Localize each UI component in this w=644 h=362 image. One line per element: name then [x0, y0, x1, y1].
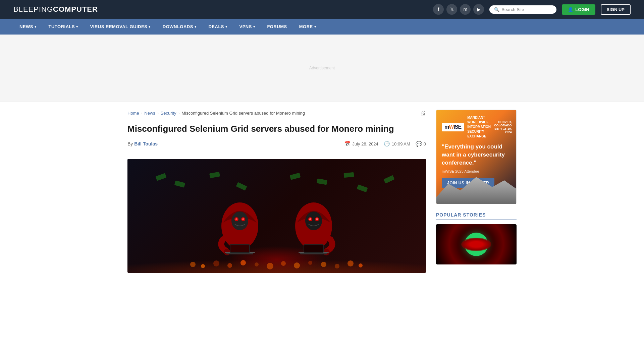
- chevron-down-icon: ▾: [225, 25, 227, 28]
- svg-point-24: [213, 260, 219, 266]
- breadcrumb-current: Misconfigured Selenium Grid servers abus…: [181, 111, 305, 116]
- site-logo[interactable]: BLEEPINGCOMPUTER: [13, 5, 98, 14]
- breadcrumb-actions: 🖨: [420, 110, 426, 117]
- nav-item-more[interactable]: MORE ▾: [293, 19, 322, 35]
- article-meta-right: 📅 July 28, 2024 🕐 10:09 AM 💬 0: [344, 141, 426, 147]
- breadcrumb-separator: ›: [178, 111, 180, 115]
- clock-icon: 🕐: [384, 141, 390, 147]
- ad-mwise-company: MANDIANT WORLDWIDE INFORMATION SECURITY …: [467, 115, 491, 139]
- breadcrumb: Home › News › Security › Misconfigured S…: [127, 110, 426, 117]
- login-user-icon: 👤: [568, 7, 573, 12]
- search-box: 🔍: [489, 5, 556, 14]
- article-title: Misconfigured Selenium Grid servers abus…: [127, 123, 426, 135]
- svg-rect-10: [230, 245, 249, 252]
- breadcrumb-separator: ›: [141, 111, 143, 115]
- popular-stories-title: POPULAR STORIES: [436, 212, 517, 220]
- ad-mwise-attendee: mWISE 2023 Attendee: [442, 169, 511, 173]
- nav-item-tutorials[interactable]: TUTORIALS ▾: [43, 19, 84, 35]
- login-button[interactable]: 👤 LOGIN: [562, 4, 595, 15]
- chevron-down-icon: ▾: [149, 25, 151, 28]
- svg-point-1: [231, 212, 248, 230]
- main-nav: NEWS ▾ TUTORIALS ▾ VIRUS REMOVAL GUIDES …: [0, 19, 644, 35]
- main-container: Home › News › Security › Misconfigured S…: [121, 102, 523, 289]
- hacker-illustration: [127, 159, 426, 273]
- svg-rect-21: [304, 245, 323, 252]
- svg-point-33: [335, 264, 339, 268]
- ad-mwise-header: mWISE MANDIANT WORLDWIDE INFORMATION SEC…: [442, 115, 511, 139]
- ad-mountain-photo: [436, 170, 516, 204]
- social-icons: f 𝕏 m ▶: [433, 4, 484, 15]
- chevron-down-icon: ▾: [35, 25, 37, 28]
- nav-item-vpns[interactable]: VPNS ▾: [233, 19, 261, 35]
- top-ad-banner: Advertisement: [0, 35, 644, 102]
- facebook-icon[interactable]: f: [433, 4, 444, 15]
- article-author: By Bill Toulas: [127, 141, 158, 146]
- popular-story-image[interactable]: [436, 224, 517, 264]
- chevron-down-icon: ▾: [253, 25, 255, 28]
- ad-mwise-dates: DENVER, COLORADO SEPT 18-19, 2024: [494, 120, 512, 134]
- sidebar: mWISE MANDIANT WORLDWIDE INFORMATION SEC…: [436, 110, 517, 281]
- svg-point-25: [227, 263, 232, 268]
- svg-point-32: [321, 262, 326, 267]
- search-icon: 🔍: [494, 7, 499, 12]
- nav-item-deals[interactable]: DEALS ▾: [202, 19, 233, 35]
- svg-point-31: [308, 261, 312, 265]
- youtube-icon[interactable]: ▶: [473, 4, 484, 15]
- signup-button[interactable]: SIGN UP: [601, 4, 631, 15]
- nav-item-downloads[interactable]: DOWNLOADS ▾: [157, 19, 203, 35]
- ad-mwise-logo: mWISE: [442, 123, 464, 131]
- article-date: 📅 July 28, 2024: [344, 141, 378, 147]
- svg-point-16: [316, 218, 318, 220]
- nav-item-forums[interactable]: FORUMS: [261, 19, 293, 35]
- popular-stories: POPULAR STORIES: [436, 212, 517, 264]
- article-area: Home › News › Security › Misconfigured S…: [127, 110, 426, 281]
- svg-point-5: [242, 218, 244, 220]
- svg-point-23: [201, 264, 205, 268]
- chevron-down-icon: ▾: [314, 25, 316, 28]
- article-time: 🕐 10:09 AM: [384, 141, 410, 147]
- svg-point-26: [240, 260, 246, 265]
- mastodon-icon[interactable]: m: [460, 4, 471, 15]
- svg-point-35: [359, 263, 363, 267]
- svg-rect-18: [300, 253, 327, 254]
- search-input[interactable]: [501, 7, 552, 12]
- calendar-icon: 📅: [344, 141, 351, 147]
- sidebar-ad-mwise: mWISE MANDIANT WORLDWIDE INFORMATION SEC…: [436, 110, 517, 204]
- breadcrumb-security[interactable]: Security: [161, 111, 176, 116]
- site-header: BLEEPINGCOMPUTER f 𝕏 m ▶ 🔍 👤 LOGIN SIGN …: [0, 0, 644, 19]
- svg-point-29: [281, 261, 286, 266]
- ad-mwise-quote: "Everything you could want in a cybersec…: [442, 143, 511, 167]
- svg-point-34: [347, 260, 354, 266]
- ad-mwise-content: mWISE MANDIANT WORLDWIDE INFORMATION SEC…: [436, 110, 516, 204]
- chevron-down-icon: ▾: [195, 25, 197, 28]
- svg-point-27: [255, 262, 259, 266]
- eye-background: [461, 238, 491, 251]
- svg-point-12: [305, 212, 322, 230]
- breadcrumb-home[interactable]: Home: [127, 111, 139, 116]
- article-comments[interactable]: 💬 0: [416, 141, 426, 147]
- header-right: f 𝕏 m ▶ 🔍 👤 LOGIN SIGN UP: [433, 4, 631, 15]
- svg-point-28: [267, 263, 273, 269]
- author-link[interactable]: Bill Toulas: [134, 141, 158, 146]
- chevron-down-icon: ▾: [76, 25, 78, 28]
- comment-icon: 💬: [416, 141, 422, 147]
- nav-item-virus-removal[interactable]: VIRUS REMOVAL GUIDES ▾: [84, 19, 157, 35]
- breadcrumb-separator: ›: [157, 111, 159, 115]
- svg-point-22: [190, 262, 196, 267]
- svg-point-4: [235, 218, 237, 220]
- breadcrumb-news[interactable]: News: [144, 111, 155, 116]
- twitter-icon[interactable]: 𝕏: [446, 4, 457, 15]
- svg-rect-7: [226, 253, 253, 254]
- nav-item-news[interactable]: NEWS ▾: [13, 19, 43, 35]
- svg-point-30: [294, 262, 300, 268]
- article-meta: By Bill Toulas 📅 July 28, 2024 🕐 10:09 A…: [127, 141, 426, 152]
- svg-point-15: [309, 218, 311, 220]
- print-icon[interactable]: 🖨: [420, 110, 426, 116]
- article-image-content: [127, 159, 426, 273]
- article-hero-image: [127, 159, 426, 273]
